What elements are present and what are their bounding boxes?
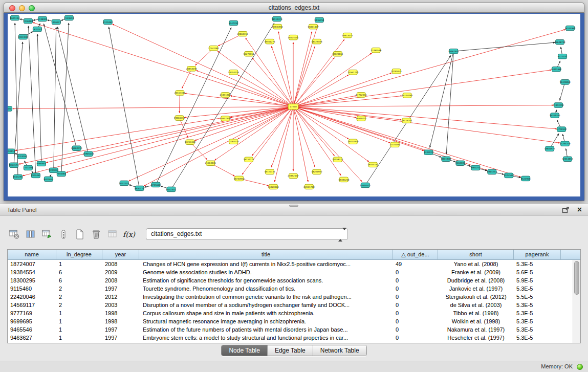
network-node[interactable]: 7751208 bbox=[24, 165, 33, 170]
table-row[interactable]: 1938455462009Genome-wide association stu… bbox=[8, 268, 573, 276]
network-node[interactable]: 1906327 bbox=[52, 19, 61, 25]
table-row[interactable]: 946554611997Estimation of the future num… bbox=[8, 325, 573, 334]
network-node[interactable]: 18140362 bbox=[564, 26, 576, 31]
network-node[interactable]: 19564274 bbox=[264, 39, 275, 44]
column-header-short[interactable]: short bbox=[438, 250, 514, 260]
network-node[interactable]: 22041783 bbox=[303, 184, 315, 189]
network-node[interactable]: 19860214 bbox=[174, 116, 185, 121]
column-header-out_degree[interactable]: △ out_de... bbox=[393, 250, 438, 260]
network-node[interactable]: 18510374 bbox=[271, 16, 282, 21]
network-node[interactable]: 21058374 bbox=[332, 157, 343, 162]
tab-network-table[interactable]: Network Table bbox=[313, 345, 366, 356]
network-node[interactable]: 2036184 bbox=[24, 18, 33, 24]
table-settings-icon[interactable] bbox=[7, 228, 21, 241]
network-node[interactable]: 26260410 bbox=[71, 146, 82, 151]
network-node[interactable]: 19473820 bbox=[347, 139, 359, 144]
column-header-pagerank[interactable]: pagerank bbox=[514, 250, 561, 260]
table-row[interactable]: 969969511998Structural magnetic resonanc… bbox=[8, 317, 573, 325]
table-row[interactable]: 911546021997Tourette syndrome. Phenomeno… bbox=[8, 285, 573, 293]
network-node[interactable]: 2051938 bbox=[18, 34, 28, 39]
network-node[interactable]: 10649572 bbox=[360, 183, 371, 188]
network-node[interactable]: 7903462 bbox=[31, 173, 41, 178]
network-node[interactable]: 17732054 bbox=[356, 93, 367, 98]
network-node[interactable]: 18730952 bbox=[234, 176, 245, 181]
network-node[interactable]: 21851962 bbox=[220, 93, 231, 98]
network-node[interactable]: 18204153 bbox=[228, 70, 239, 75]
network-node[interactable]: 13604925 bbox=[544, 146, 555, 151]
import-table-icon[interactable] bbox=[105, 228, 120, 241]
network-node[interactable]: 19154063 bbox=[402, 93, 413, 98]
float-panel-icon[interactable] bbox=[562, 206, 570, 214]
network-node[interactable]: 19357308 bbox=[220, 116, 231, 121]
network-node[interactable]: 8360941 bbox=[37, 161, 47, 166]
network-node[interactable]: 9054173 bbox=[9, 163, 19, 168]
network-node[interactable]: 8960241 bbox=[471, 165, 481, 170]
close-panel-icon[interactable]: × bbox=[577, 204, 582, 215]
network-node[interactable]: 20392147 bbox=[288, 173, 299, 179]
network-node[interactable]: 17253460 bbox=[185, 140, 196, 145]
network-node[interactable]: 8514290 bbox=[13, 174, 23, 180]
delete-trash-icon[interactable] bbox=[89, 228, 103, 241]
network-node[interactable]: 22860312 bbox=[237, 31, 249, 36]
network-node[interactable]: 18204962 bbox=[311, 169, 322, 174]
network-node[interactable]: 8120463 bbox=[103, 19, 113, 25]
table-selector-dropdown[interactable]: citations_edges.txt bbox=[146, 228, 348, 240]
table-scrollbar[interactable] bbox=[573, 260, 580, 343]
network-node[interactable]: 19722145 bbox=[264, 169, 275, 174]
network-node[interactable]: 9463105 bbox=[455, 161, 465, 166]
network-node[interactable]: 8213046 bbox=[17, 154, 27, 159]
table-row[interactable]: 1456911722003Disruption of a novel membe… bbox=[8, 301, 573, 309]
network-node[interactable]: 1605192 bbox=[10, 15, 20, 20]
network-node[interactable]: 17264103 bbox=[559, 141, 571, 146]
network-node[interactable]: 9245012 bbox=[424, 150, 433, 155]
scrollbar-thumb[interactable] bbox=[574, 261, 579, 295]
network-node[interactable]: 7421053 bbox=[8, 106, 13, 112]
network-node[interactable]: 26517340 bbox=[175, 91, 186, 96]
network-node[interactable]: 16467941 bbox=[448, 49, 460, 54]
edit-table-icon[interactable] bbox=[40, 228, 54, 241]
network-node[interactable]: 16920364 bbox=[268, 184, 279, 189]
network-node[interactable]: 21063845 bbox=[205, 161, 216, 166]
network-node[interactable]: 2140653 bbox=[64, 15, 74, 20]
network-node[interactable]: 9136250 bbox=[315, 17, 324, 23]
network-node[interactable]: 9227431 bbox=[558, 54, 568, 59]
network-node[interactable]: 11420853 bbox=[559, 80, 571, 85]
network-node[interactable]: 17240 bbox=[288, 104, 298, 110]
network-node[interactable]: 16861407 bbox=[308, 24, 319, 29]
network-node[interactable]: 20561743 bbox=[347, 70, 359, 75]
network-node[interactable]: 17284210 bbox=[228, 139, 239, 144]
network-node[interactable]: 12274051 bbox=[244, 51, 255, 56]
network-node[interactable]: 9104568 bbox=[504, 173, 514, 178]
show-columns-icon[interactable] bbox=[24, 228, 38, 241]
network-node[interactable]: 1832047 bbox=[33, 27, 42, 32]
network-node[interactable]: 9401653 bbox=[44, 177, 54, 182]
network-node[interactable]: 17542081 bbox=[208, 46, 220, 51]
new-document-icon[interactable] bbox=[73, 228, 87, 241]
column-header-name[interactable]: name bbox=[8, 250, 56, 260]
network-node[interactable]: 1748305 bbox=[38, 16, 48, 21]
network-node[interactable]: 8841930 bbox=[441, 157, 451, 162]
network-node[interactable]: 18946950 bbox=[272, 24, 283, 29]
network-canvas[interactable]: 1724018524031195642741227405118204153218… bbox=[8, 14, 580, 196]
network-node[interactable]: 8524906 bbox=[521, 176, 531, 181]
network-node[interactable]: 14790532 bbox=[556, 127, 567, 132]
tab-edge-table[interactable]: Edge Table bbox=[267, 345, 313, 356]
network-node[interactable]: 9745620 bbox=[151, 182, 161, 187]
network-node[interactable]: 18329406 bbox=[311, 39, 322, 44]
table-row[interactable]: 1830029562008Estimation of significance … bbox=[8, 276, 573, 285]
panel-splitter-handle[interactable] bbox=[289, 205, 298, 207]
table-row[interactable]: 1872400712008Changes of HCN gene express… bbox=[8, 260, 573, 268]
network-node[interactable]: 8547291 bbox=[229, 20, 238, 26]
column-header-title[interactable]: title bbox=[139, 250, 393, 260]
network-node[interactable]: 21475093 bbox=[389, 142, 401, 147]
column-header-year[interactable]: year bbox=[102, 250, 139, 260]
network-node[interactable]: 16153272 bbox=[244, 157, 255, 162]
network-node[interactable]: 19613075 bbox=[342, 33, 353, 38]
network-node[interactable]: 20785341 bbox=[391, 69, 402, 74]
network-node[interactable]: 15953214 bbox=[553, 103, 564, 108]
network-node[interactable]: 20853192 bbox=[186, 67, 198, 72]
network-node[interactable]: 9252103 bbox=[119, 181, 129, 186]
table-row[interactable]: 977716911998Corpus callosum shape and si… bbox=[8, 309, 573, 317]
column-header-in_degree[interactable]: in_degree bbox=[56, 250, 102, 260]
network-node[interactable]: 12014853 bbox=[562, 157, 573, 162]
